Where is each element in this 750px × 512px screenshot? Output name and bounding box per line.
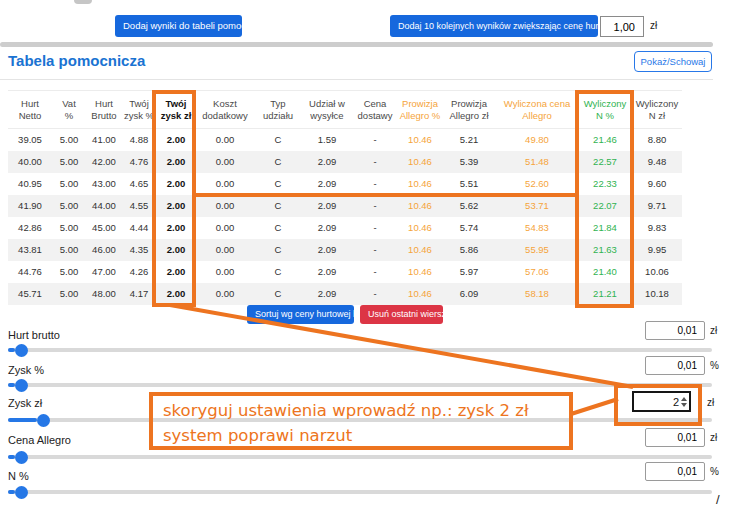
- slider-thumb[interactable]: [37, 414, 50, 427]
- slider-label-n-pct: N %: [8, 470, 29, 482]
- table-cell: 41.00: [86, 129, 122, 151]
- slider-fill: [8, 490, 15, 494]
- table-row: 42.865.0045.004.442.000.00C2.09-10.465.7…: [8, 217, 682, 239]
- table-cell: 45.00: [86, 217, 122, 239]
- table-cell: 40.00: [8, 151, 52, 173]
- slider-thumb[interactable]: [15, 451, 28, 464]
- n-pct-slider[interactable]: [8, 490, 712, 494]
- cena-allegro-step-input[interactable]: [645, 428, 705, 447]
- table-cell: 0.00: [196, 129, 254, 151]
- table-cell: 45.71: [8, 283, 52, 305]
- table-cell: 5.00: [52, 195, 86, 217]
- table-cell: -: [352, 151, 398, 173]
- slider-fill: [8, 348, 15, 352]
- table-cell: 57.06: [496, 261, 578, 283]
- table-cell: 2.00: [156, 129, 196, 151]
- table-cell: -: [352, 283, 398, 305]
- table-cell: 5.62: [442, 195, 496, 217]
- table-cell: C: [254, 195, 302, 217]
- hurt-brutto-step-input[interactable]: [645, 321, 705, 340]
- table-cell: 4.76: [122, 151, 156, 173]
- table-cell: 10.46: [398, 173, 442, 195]
- table-cell: 5.97: [442, 261, 496, 283]
- delete-last-row-button[interactable]: Usuń ostatni wiersz [U]: [360, 305, 443, 324]
- cena-allegro-slider[interactable]: [8, 455, 712, 459]
- annotation-line2: system poprawi narzut: [163, 423, 569, 448]
- spinner-up-icon[interactable]: [681, 397, 687, 401]
- number-spinner[interactable]: [681, 397, 687, 407]
- table-row: 45.715.0048.004.172.000.00C2.09-10.466.0…: [8, 283, 682, 305]
- slider-thumb[interactable]: [15, 379, 28, 392]
- zysk-zl-slider[interactable]: [8, 418, 712, 422]
- table-cell: 53.71: [496, 195, 578, 217]
- n-pct-step-input[interactable]: [645, 462, 705, 481]
- table-cell: 8.80: [632, 129, 682, 151]
- table-cell: 52.60: [496, 173, 578, 195]
- slider-fill: [8, 418, 37, 422]
- column-header: Vat%: [52, 91, 86, 129]
- table-cell: 0.00: [196, 151, 254, 173]
- table-cell: C: [254, 151, 302, 173]
- table-cell: 22.57: [578, 151, 632, 173]
- table-cell: 2.00: [156, 283, 196, 305]
- table-cell: C: [254, 239, 302, 261]
- table-cell: 44.76: [8, 261, 52, 283]
- hurt-brutto-slider[interactable]: [8, 348, 712, 352]
- spinner-down-icon[interactable]: [681, 403, 687, 407]
- table-cell: 10.46: [398, 283, 442, 305]
- table-cell: 2.00: [156, 173, 196, 195]
- table-cell: -: [352, 261, 398, 283]
- table-cell: 9.83: [632, 217, 682, 239]
- zysk-zl-value-input[interactable]: 2: [632, 391, 691, 412]
- table-cell: 0.00: [196, 261, 254, 283]
- table-cell: 10.46: [398, 129, 442, 151]
- add-ten-results-button[interactable]: Dodaj 10 kolejnych wyników zwiększając c…: [390, 15, 598, 37]
- table-cell: 51.48: [496, 151, 578, 173]
- table-cell: 2.09: [302, 195, 352, 217]
- zysk-pct-step-input[interactable]: [645, 356, 705, 375]
- zysk-pct-slider[interactable]: [8, 383, 712, 387]
- table-cell: 2.09: [302, 261, 352, 283]
- increment-amount-input[interactable]: [600, 16, 644, 37]
- slider-label-cena-allegro: Cena Allegro: [8, 434, 71, 446]
- table-cell: 5.00: [52, 283, 86, 305]
- column-header: WyliczonyN zł: [632, 91, 682, 129]
- table-cell: 4.55: [122, 195, 156, 217]
- section-title: Tabela pomocnicza: [8, 52, 145, 69]
- table-cell: 46.00: [86, 239, 122, 261]
- column-header: Kosztdodatkowy: [196, 91, 254, 129]
- slider-fill: [8, 383, 15, 387]
- table-cell: 9.71: [632, 195, 682, 217]
- slider-label-zysk-pct: Zysk %: [8, 364, 44, 376]
- table-cell: -: [352, 239, 398, 261]
- sort-button[interactable]: Sortuj wg ceny hurtowej brutto: [247, 305, 354, 324]
- table-cell: 9.48: [632, 151, 682, 173]
- table-cell: 43.81: [8, 239, 52, 261]
- slider-fill: [8, 455, 15, 459]
- table-cell: 10.06: [632, 261, 682, 283]
- show-hide-button[interactable]: Pokaż/Schowaj: [634, 51, 712, 72]
- column-header: Cenadostawy: [352, 91, 398, 129]
- table-cell: 2.00: [156, 151, 196, 173]
- table-cell: 21.21: [578, 283, 632, 305]
- table-row: 43.815.0046.004.352.000.00C2.09-10.465.8…: [8, 239, 682, 261]
- table-cell: 10.46: [398, 261, 442, 283]
- table-row: 39.055.0041.004.882.000.00C1.59-10.465.2…: [8, 129, 682, 151]
- table-cell: 48.00: [86, 283, 122, 305]
- table-cell: 2.09: [302, 151, 352, 173]
- table-cell: 2.09: [302, 239, 352, 261]
- table-cell: 5.00: [52, 239, 86, 261]
- table-cell: 2.09: [302, 283, 352, 305]
- add-results-button[interactable]: Dodaj wyniki do tabeli pomocniczej [D]: [115, 15, 242, 37]
- table-cell: 0.00: [196, 283, 254, 305]
- table-cell: 10.46: [398, 239, 442, 261]
- stray-slash: /: [716, 492, 720, 507]
- slider-thumb[interactable]: [15, 486, 28, 499]
- slider-thumb[interactable]: [15, 344, 28, 357]
- table-cell: 5.86: [442, 239, 496, 261]
- table-cell: 2.00: [156, 261, 196, 283]
- column-header: Twójzysk %: [122, 91, 156, 129]
- table-cell: 5.74: [442, 217, 496, 239]
- table-cell: 1.59: [302, 129, 352, 151]
- section-divider: [0, 42, 713, 47]
